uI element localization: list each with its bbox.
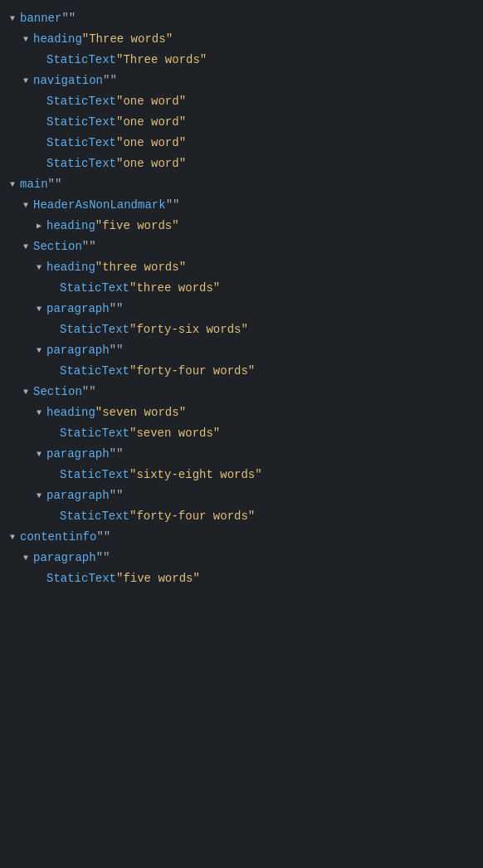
toggle-icon[interactable] [33, 345, 45, 357]
toggle-icon[interactable] [7, 179, 18, 191]
node-type: StaticText [46, 93, 116, 110]
toggle-icon[interactable] [20, 241, 32, 253]
node-type: StaticText [46, 570, 116, 588]
tree-row[interactable]: StaticText "one word" [0, 154, 483, 174]
node-type: StaticText [60, 425, 129, 442]
node-label: "sixty-eight words" [129, 466, 262, 484]
node-type: navigation [33, 72, 103, 90]
node-type: HeaderAsNonLandmark [33, 197, 166, 214]
node-label: "forty-four words" [129, 363, 255, 380]
tree-row[interactable]: heading "five words" [0, 216, 483, 237]
node-label: "three words" [95, 259, 186, 276]
node-type: heading [46, 404, 95, 422]
tree-node: StaticText "one word" [0, 91, 483, 112]
node-type: paragraph [46, 446, 110, 463]
node-type: StaticText [60, 363, 129, 380]
tree-node: StaticText "one word" [0, 112, 483, 133]
node-label: "" [96, 549, 110, 567]
node-type: paragraph [33, 549, 96, 567]
toggle-icon[interactable] [33, 407, 45, 419]
tree-row[interactable]: StaticText "three words" [0, 278, 483, 299]
tree-row[interactable]: paragraph "" [0, 299, 483, 319]
node-label: "" [82, 238, 96, 256]
node-label: "three words" [129, 280, 220, 297]
toggle-icon[interactable] [33, 304, 45, 315]
tree-node: StaticText "one word" [0, 133, 483, 154]
tree-row[interactable]: heading "three words" [0, 257, 483, 278]
tree-node: heading "three words"StaticText "three w… [0, 257, 483, 299]
node-type: paragraph [46, 342, 110, 359]
tree-row[interactable]: heading "Three words" [0, 29, 483, 50]
tree-row[interactable]: contentinfo "" [0, 527, 483, 548]
node-type: paragraph [46, 300, 110, 318]
tree-row[interactable]: StaticText "one word" [0, 91, 483, 112]
tree-node: StaticText "seven words" [0, 423, 483, 444]
tree-node: heading "seven words"StaticText "seven w… [0, 402, 483, 444]
tree-node: StaticText "forty-six words" [0, 319, 483, 340]
tree-node: StaticText "forty-four words" [0, 361, 483, 382]
node-label: "" [110, 487, 124, 505]
toggle-icon[interactable] [33, 262, 45, 274]
accessibility-tree: banner ""heading "Three words"StaticText… [0, 8, 483, 589]
tree-row[interactable]: heading "seven words" [0, 402, 483, 423]
toggle-icon[interactable] [33, 221, 45, 232]
tree-row[interactable]: StaticText "Three words" [0, 50, 483, 71]
toggle-icon[interactable] [33, 490, 45, 502]
tree-node: banner ""heading "Three words"StaticText… [0, 8, 483, 174]
toggle-icon[interactable] [7, 532, 18, 544]
tree-row[interactable]: StaticText "forty-six words" [0, 319, 483, 340]
tree-row[interactable]: main "" [0, 174, 483, 195]
tree-row[interactable]: paragraph "" [0, 485, 483, 506]
tree-row[interactable]: banner "" [0, 8, 483, 29]
tree-node: paragraph ""StaticText "forty-four words… [0, 340, 483, 382]
node-type: banner [20, 10, 61, 27]
toggle-icon[interactable] [20, 200, 32, 212]
toggle-icon[interactable] [7, 13, 18, 25]
node-label: "" [48, 176, 62, 193]
node-label: "" [110, 300, 124, 318]
node-type: StaticText [46, 155, 116, 173]
node-label: "" [110, 342, 124, 359]
tree-row[interactable]: paragraph "" [0, 340, 483, 361]
tree-node: main ""HeaderAsNonLandmark ""heading "fi… [0, 174, 483, 527]
node-label: "one word" [116, 114, 186, 131]
node-type: StaticText [60, 280, 129, 297]
tree-node: paragraph ""StaticText "forty-four words… [0, 485, 483, 527]
node-label: "five words" [116, 570, 200, 588]
tree-row[interactable]: Section "" [0, 237, 483, 257]
node-label: "seven words" [129, 425, 220, 442]
tree-node: StaticText "five words" [0, 568, 483, 589]
tree-node: Section ""heading "seven words"StaticTex… [0, 382, 483, 527]
tree-row[interactable]: navigation "" [0, 71, 483, 91]
toggle-icon[interactable] [20, 34, 32, 46]
tree-row[interactable]: paragraph "" [0, 548, 483, 568]
node-label: "forty-four words" [129, 508, 255, 525]
toggle-icon[interactable] [20, 387, 32, 398]
toggle-icon[interactable] [33, 449, 45, 461]
tree-node: StaticText "sixty-eight words" [0, 465, 483, 485]
tree-row[interactable]: HeaderAsNonLandmark "" [0, 195, 483, 216]
node-label: "five words" [95, 217, 179, 235]
tree-node: HeaderAsNonLandmark ""heading "five word… [0, 195, 483, 237]
node-type: Section [33, 383, 82, 401]
tree-row[interactable]: StaticText "seven words" [0, 423, 483, 444]
toggle-icon[interactable] [20, 76, 32, 87]
node-type: contentinfo [20, 529, 96, 546]
tree-node: heading "Three words"StaticText "Three w… [0, 29, 483, 71]
tree-node: navigation ""StaticText "one word"Static… [0, 71, 483, 174]
tree-row[interactable]: paragraph "" [0, 444, 483, 465]
node-label: "Three words" [82, 31, 173, 48]
tree-row[interactable]: StaticText "sixty-eight words" [0, 465, 483, 485]
tree-node: StaticText "one word" [0, 154, 483, 174]
toggle-icon[interactable] [20, 553, 32, 564]
tree-row[interactable]: Section "" [0, 382, 483, 402]
tree-row[interactable]: StaticText "forty-four words" [0, 506, 483, 527]
tree-row[interactable]: StaticText "forty-four words" [0, 361, 483, 382]
node-label: "one word" [116, 134, 186, 152]
tree-row[interactable]: StaticText "five words" [0, 568, 483, 589]
tree-row[interactable]: StaticText "one word" [0, 112, 483, 133]
node-label: "" [61, 10, 76, 27]
tree-node: StaticText "three words" [0, 278, 483, 299]
tree-row[interactable]: StaticText "one word" [0, 133, 483, 154]
node-label: "" [82, 383, 96, 401]
